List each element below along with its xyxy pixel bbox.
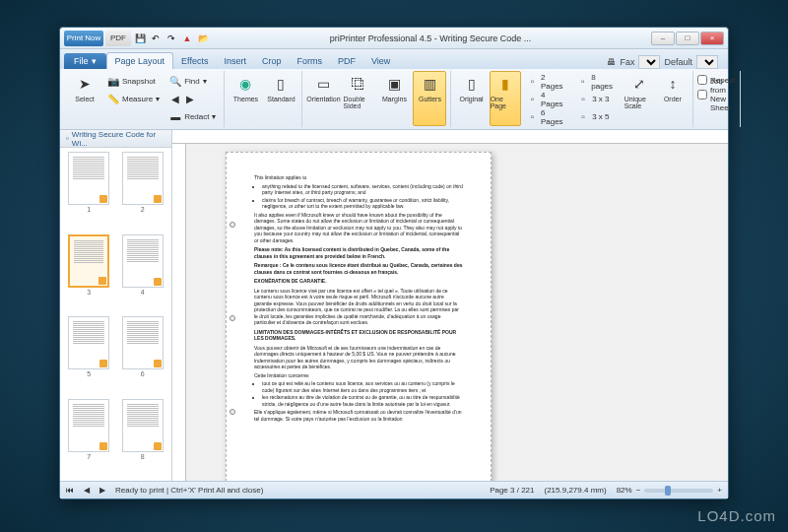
- page-canvas[interactable]: This limitation applies to anything rela…: [172, 130, 728, 481]
- grid-icon: ▫: [577, 94, 589, 105]
- quick-access-toolbar: Print Now PDF 💾 ↶ ↷ ▲ 📂: [64, 31, 210, 46]
- double-icon: ⿻: [349, 74, 368, 94]
- thumbnail-list: 12345678: [60, 148, 171, 481]
- file-menu[interactable]: File▾: [64, 53, 106, 69]
- chevron-down-icon: ▾: [92, 56, 97, 66]
- ruler-icon: 📏: [107, 94, 119, 105]
- app-window: Print Now PDF 💾 ↶ ↷ ▲ 📂 priPrinter Profe…: [59, 27, 729, 499]
- thumbnail-page-4[interactable]: 4: [118, 234, 168, 313]
- six-pages-button[interactable]: ▫6 Pages: [523, 108, 571, 125]
- thumbnail-tab[interactable]: ▫Writing Secure Code for Wi...: [60, 130, 171, 148]
- nav-prev-icon[interactable]: ◀: [84, 486, 90, 495]
- tab-crop[interactable]: Crop: [254, 53, 290, 69]
- status-size: (215.9,279.4 mm): [545, 486, 607, 495]
- doc-text: Le contenu sous licence visé par une lic…: [254, 288, 463, 326]
- nav-next-icon[interactable]: ▶: [99, 486, 105, 495]
- thumbnail-page-5[interactable]: 5: [64, 316, 114, 395]
- statusbar: ⏮ ◀ ▶ Ready to print | Ctrl+'X' Print Al…: [60, 481, 728, 499]
- zoom-slider[interactable]: [644, 489, 713, 493]
- one-page-icon: ▮: [495, 74, 515, 94]
- themes-button[interactable]: ◉Themes: [229, 71, 262, 126]
- save-icon[interactable]: 💾: [133, 32, 147, 45]
- margins-icon: ▣: [384, 74, 404, 94]
- tab-view[interactable]: View: [363, 53, 398, 69]
- doc-text: Cette limitation concerne:: [254, 372, 463, 379]
- two-pages-button[interactable]: ▫2 Pages: [523, 73, 571, 90]
- status-page: Page 3 / 221: [490, 486, 534, 495]
- measure-button[interactable]: 📏Measure▾: [103, 91, 164, 107]
- thumbnail-page-6[interactable]: 6: [118, 316, 168, 395]
- default-select[interactable]: [696, 55, 718, 69]
- doc-heading: LIMITATION DES DOMMAGES-INTÉRÊTS ET EXCL…: [254, 329, 463, 342]
- order-button[interactable]: ↕Order: [657, 71, 689, 126]
- themes-icon: ◉: [235, 74, 255, 94]
- binding-hole: [230, 222, 235, 228]
- tab-forms[interactable]: Forms: [289, 53, 330, 69]
- tab-page-layout[interactable]: Page Layout: [106, 52, 174, 69]
- tab-insert[interactable]: Insert: [216, 53, 254, 69]
- close-button[interactable]: ×: [700, 32, 724, 45]
- margins-button[interactable]: ▣Margins: [377, 71, 411, 126]
- watermark: LO4D.com: [697, 507, 776, 524]
- one-page-button[interactable]: ▮One Page: [490, 71, 521, 126]
- cursor-icon: ➤: [75, 74, 95, 94]
- tab-pdf[interactable]: PDF: [330, 53, 363, 69]
- grid-3x3-button[interactable]: ▫3 x 3: [573, 91, 622, 107]
- newsheet-checkbox[interactable]: Job from New Sheet: [697, 88, 736, 101]
- redo-icon[interactable]: ↷: [164, 32, 178, 45]
- thumbnail-page-1[interactable]: 1: [64, 152, 114, 231]
- thumbnail-page-8[interactable]: 8: [118, 399, 168, 478]
- group-page-setup: ▭Orientation ⿻Double Sided ▣Margins ▥Gut…: [302, 71, 451, 127]
- zoom-out-icon[interactable]: −: [636, 486, 641, 495]
- select-button[interactable]: ➤Select: [68, 71, 101, 126]
- thumbnail-page-3[interactable]: 3: [64, 234, 114, 313]
- thumbnail-page-7[interactable]: 7: [64, 399, 114, 478]
- print-now-button[interactable]: Print Now: [64, 31, 103, 46]
- double-sided-button[interactable]: ⿻Double Sided: [342, 71, 375, 126]
- nav-first-icon[interactable]: ⏮: [66, 486, 74, 495]
- printer-icon: 🖶: [607, 57, 616, 67]
- snapshot-button[interactable]: 📷Snapshot: [103, 73, 164, 90]
- gutters-button[interactable]: ▥Gutters: [413, 71, 446, 126]
- page-icon: ▯: [271, 74, 291, 94]
- group-layout: ▯Original ▮One Page ▫2 Pages ▫4 Pages ▫6…: [451, 71, 692, 127]
- group-options: Repeat Job from New Sheet: [693, 71, 741, 127]
- doc-list: anything related to the licensed content…: [262, 183, 463, 210]
- thumbnail-panel: ▫Writing Secure Code for Wi... 12345678: [60, 130, 172, 481]
- doc-text: This limitation applies to: [254, 174, 463, 181]
- binding-hole: [230, 315, 235, 321]
- arrows-button[interactable]: ◀▶: [165, 91, 220, 107]
- acrobat-icon[interactable]: ▲: [180, 32, 194, 45]
- group-themes: ◉Themes ▯Standard: [225, 71, 302, 127]
- redact-button[interactable]: ▬Redact▾: [165, 108, 220, 125]
- titlebar: Print Now PDF 💾 ↶ ↷ ▲ 📂 priPrinter Profe…: [60, 28, 728, 49]
- thumbnail-page-2[interactable]: 2: [118, 152, 168, 231]
- doc-text: Elle s'applique également, même si Micro…: [254, 409, 463, 422]
- pdf-button[interactable]: PDF: [105, 31, 131, 46]
- ribbon-tabstrip: File▾ Page Layout Effects Insert Crop Fo…: [60, 49, 728, 69]
- group-select: ➤Select 📷Snapshot 📏Measure▾ 🔍Find▾ ◀▶ ▬R…: [64, 71, 225, 127]
- undo-icon[interactable]: ↶: [149, 32, 163, 45]
- eight-pages-button[interactable]: ▫8 pages: [573, 73, 622, 90]
- find-button[interactable]: 🔍Find▾: [165, 73, 220, 90]
- zoom-control[interactable]: 82% − +: [617, 486, 722, 495]
- zoom-value: 82%: [617, 486, 632, 495]
- open-icon[interactable]: 📂: [196, 32, 210, 45]
- original-icon: ▯: [462, 74, 482, 94]
- orientation-button[interactable]: ▭Orientation: [306, 71, 340, 126]
- unique-scale-button[interactable]: ⤢Unique Scale: [624, 71, 655, 126]
- grid-icon: ▫: [527, 76, 538, 88]
- status-ready: Ready to print | Ctrl+'X' Print All and …: [115, 486, 263, 495]
- zoom-in-icon[interactable]: +: [717, 486, 722, 495]
- doc-list: tout ce qui est relié au le contenu sous…: [262, 380, 463, 407]
- tab-effects[interactable]: Effects: [173, 53, 216, 69]
- maximize-button[interactable]: □: [676, 32, 699, 45]
- standard-button[interactable]: ▯Standard: [264, 71, 297, 126]
- grid-3x5-button[interactable]: ▫3 x 5: [573, 108, 622, 125]
- fax-select[interactable]: [638, 55, 660, 69]
- default-label: Default: [664, 57, 692, 67]
- original-button[interactable]: ▯Original: [455, 71, 487, 126]
- grid-icon: ▫: [527, 111, 538, 123]
- four-pages-button[interactable]: ▫4 Pages: [523, 91, 571, 107]
- minimize-button[interactable]: –: [651, 32, 675, 45]
